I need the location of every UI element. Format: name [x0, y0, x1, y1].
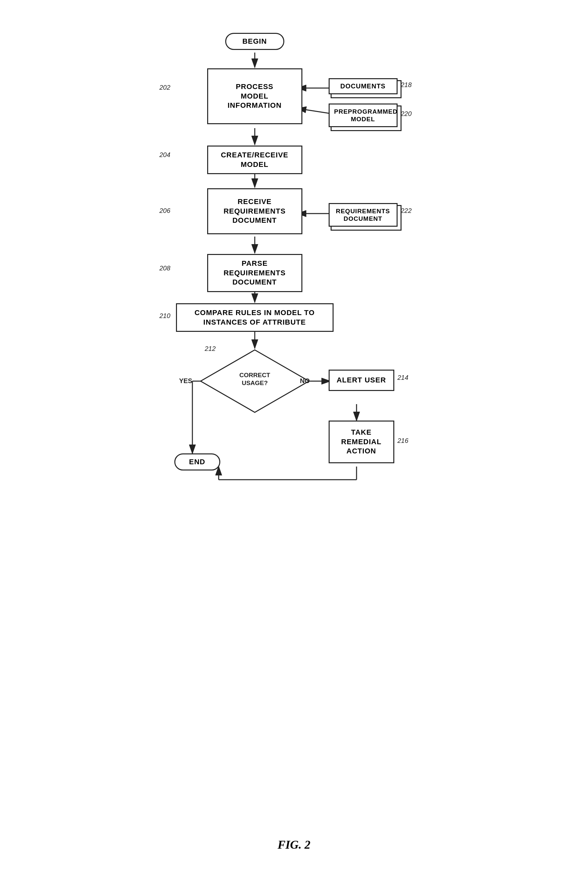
- take-remedial-label: TAKE REMEDIAL ACTION: [341, 428, 382, 456]
- label-202: 202: [160, 84, 170, 91]
- req-doc-box: REQUIREMENTS DOCUMENT: [328, 203, 398, 227]
- label-204: 204: [160, 151, 170, 159]
- svg-text:CORRECT: CORRECT: [239, 371, 270, 379]
- correct-usage-diamond: CORRECT USAGE?: [199, 348, 310, 414]
- end-node: END: [174, 453, 220, 470]
- receive-req-box: RECEIVE REQUIREMENTS DOCUMENT: [207, 188, 302, 234]
- documents-box: DOCUMENTS: [328, 78, 398, 94]
- take-remedial-box: TAKE REMEDIAL ACTION: [328, 421, 394, 463]
- label-210: 210: [160, 312, 170, 320]
- documents-label: DOCUMENTS: [340, 82, 386, 90]
- svg-text:USAGE?: USAGE?: [242, 380, 267, 386]
- label-218: 218: [401, 81, 412, 89]
- parse-req-box: PARSE REQUIREMENTS DOCUMENT: [207, 254, 302, 292]
- alert-user-label: ALERT USER: [337, 376, 386, 385]
- process-model-label: PROCESS MODEL INFORMATION: [227, 82, 282, 111]
- preprogrammed-box: PREPROGRAMMED MODEL: [328, 103, 398, 127]
- create-model-label: CREATE/RECEIVE MODEL: [221, 151, 289, 169]
- label-208: 208: [160, 265, 170, 272]
- req-doc-label: REQUIREMENTS DOCUMENT: [336, 208, 390, 222]
- label-206: 206: [160, 207, 170, 214]
- end-label: END: [189, 458, 205, 466]
- receive-req-label: RECEIVE REQUIREMENTS DOCUMENT: [224, 197, 286, 225]
- no-label: NO: [300, 377, 310, 385]
- label-212: 212: [205, 345, 216, 353]
- process-model-box: PROCESS MODEL INFORMATION: [207, 68, 302, 124]
- label-220: 220: [401, 110, 412, 118]
- alert-user-box: ALERT USER: [328, 370, 394, 391]
- begin-node: BEGIN: [225, 33, 284, 50]
- create-model-box: CREATE/RECEIVE MODEL: [207, 145, 302, 174]
- begin-label: BEGIN: [242, 37, 267, 45]
- compare-rules-box: COMPARE RULES IN MODEL TO INSTANCES OF A…: [176, 303, 334, 332]
- preprogrammed-label: PREPROGRAMMED MODEL: [334, 108, 398, 123]
- label-214: 214: [398, 374, 408, 382]
- figure-caption: FIG. 2: [278, 838, 310, 852]
- label-222: 222: [401, 207, 412, 214]
- compare-rules-label: COMPARE RULES IN MODEL TO INSTANCES OF A…: [194, 308, 315, 327]
- yes-label: YES: [179, 377, 193, 385]
- label-216: 216: [398, 437, 408, 444]
- parse-req-label: PARSE REQUIREMENTS DOCUMENT: [224, 259, 286, 287]
